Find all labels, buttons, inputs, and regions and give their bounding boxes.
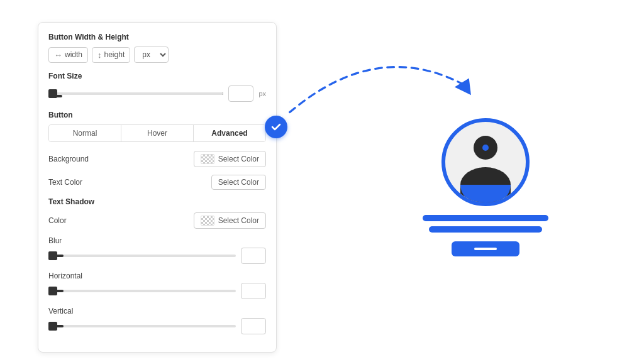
shadow-swatch: [201, 216, 214, 226]
height-icon: ↕: [97, 50, 102, 60]
font-size-title: Font Size: [48, 72, 266, 80]
text-lines: [423, 215, 548, 233]
height-input[interactable]: ↕ height: [92, 47, 130, 63]
check-badge: [265, 116, 287, 138]
text-line-1: [423, 215, 548, 221]
unit-select[interactable]: px % em: [134, 47, 169, 63]
button-tabs: Normal Hover Advanced: [48, 124, 266, 142]
px-label: px: [258, 90, 266, 97]
width-icon: ↔: [54, 50, 62, 60]
vertical-input[interactable]: [241, 318, 266, 334]
blur-label: Blur: [48, 236, 266, 245]
width-height-title: Button Width & Height: [48, 33, 266, 41]
vertical-label: Vertical: [48, 307, 266, 315]
blur-row: Blur: [48, 236, 266, 264]
shadow-select-color: Select Color: [218, 216, 259, 225]
shadow-color-button[interactable]: Select Color: [194, 212, 266, 229]
background-color-button[interactable]: Select Color: [194, 151, 266, 167]
text-color-button[interactable]: Select Color: [211, 175, 266, 190]
shadow-color-label: Color: [48, 216, 67, 225]
button-section: Button Normal Hover Advanced Background …: [48, 111, 266, 334]
horizontal-label: Horizontal: [48, 272, 266, 280]
dashed-arrow: [283, 31, 472, 126]
background-swatch: [201, 154, 214, 164]
horizontal-row: Horizontal: [48, 272, 266, 299]
font-size-slider[interactable]: [48, 92, 223, 95]
font-size-section: Font Size px: [48, 72, 266, 102]
avatar-circle: [441, 118, 530, 206]
blur-slider-row: [48, 248, 266, 264]
horizontal-input[interactable]: [241, 283, 266, 299]
avatar-body-blue: [460, 185, 511, 202]
font-size-input[interactable]: [228, 85, 253, 102]
horizontal-slider-row: [48, 283, 266, 299]
width-height-row: ↔ width ↕ height px % em: [48, 47, 266, 63]
blur-input[interactable]: [241, 248, 266, 264]
avatar-head-dot: [482, 145, 489, 151]
tab-advanced[interactable]: Advanced: [194, 125, 265, 141]
text-color-select: Select Color: [218, 178, 259, 187]
button-dash-icon: [474, 248, 497, 250]
horizontal-slider[interactable]: [48, 290, 236, 292]
avatar-card: [423, 118, 548, 256]
svg-marker-0: [455, 74, 472, 96]
shadow-color-row: Color Select Color: [48, 212, 266, 229]
avatar-head: [474, 136, 497, 160]
vertical-row: Vertical: [48, 307, 266, 334]
check-icon: [270, 121, 282, 133]
width-input[interactable]: ↔ width: [48, 47, 88, 63]
background-select-color: Select Color: [218, 155, 259, 163]
tab-normal[interactable]: Normal: [49, 125, 121, 141]
background-row: Background Select Color: [48, 151, 266, 167]
font-size-slider-row: px: [48, 85, 266, 102]
vertical-slider[interactable]: [48, 325, 236, 327]
avatar-body: [460, 167, 511, 202]
text-shadow-title: Text Shadow: [48, 197, 266, 206]
button-section-title: Button: [48, 111, 266, 119]
height-label: height: [104, 50, 125, 59]
text-color-label: Text Color: [48, 178, 82, 187]
illustration-area: [277, 0, 644, 362]
tab-hover[interactable]: Hover: [121, 125, 194, 141]
background-label: Background: [48, 155, 89, 163]
width-label: width: [65, 50, 82, 59]
vertical-slider-row: [48, 318, 266, 334]
blur-slider[interactable]: [48, 255, 236, 257]
settings-panel: Button Width & Height ↔ width ↕ height p…: [38, 22, 277, 353]
text-color-row: Text Color Select Color: [48, 175, 266, 190]
text-line-2: [429, 226, 542, 233]
illustration-button[interactable]: [452, 241, 519, 256]
